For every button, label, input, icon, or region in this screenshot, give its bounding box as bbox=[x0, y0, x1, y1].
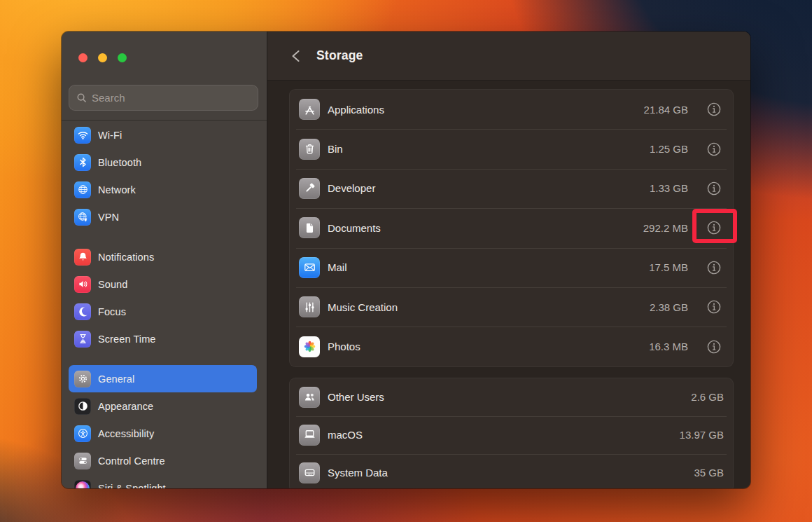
sidebar-item-label: Network bbox=[98, 184, 136, 195]
storage-row-label: Photos bbox=[328, 341, 360, 352]
storage-row-label: Applications bbox=[328, 104, 384, 116]
storage-row-value: 35 GB bbox=[694, 467, 724, 479]
envelope-icon bbox=[299, 257, 320, 278]
bin-info-button[interactable] bbox=[707, 142, 721, 156]
system-settings-window: Wi-FiBluetoothNetworkVPNNotificationsSou… bbox=[62, 32, 750, 488]
sidebar-item-label: General bbox=[98, 373, 134, 385]
storage-row-applications: Applications21.84 GB bbox=[290, 90, 733, 129]
globe-shield-icon bbox=[74, 209, 91, 226]
storage-row-label: Developer bbox=[328, 182, 375, 194]
storage-list: Applications21.84 GBBin1.25 GBDeveloper1… bbox=[267, 81, 750, 488]
sidebar-item-focus[interactable]: Focus bbox=[69, 298, 257, 325]
sidebar-item-label: Wi-Fi bbox=[98, 130, 122, 141]
speaker-icon bbox=[74, 276, 91, 293]
siri-icon bbox=[74, 480, 91, 489]
sidebar-group: GeneralAppearanceAccessibilityControl Ce… bbox=[62, 365, 267, 488]
applications-info-button[interactable] bbox=[707, 102, 721, 116]
pane-header: Storage bbox=[267, 32, 750, 81]
sidebar-nav: Wi-FiBluetoothNetworkVPNNotificationsSou… bbox=[62, 120, 267, 488]
storage-row-documents: Documents292.2 MB bbox=[290, 208, 733, 247]
laptop-icon bbox=[299, 425, 320, 446]
developer-info-button[interactable] bbox=[707, 181, 721, 195]
storage-row-developer: Developer1.33 GB bbox=[290, 169, 733, 208]
back-button[interactable] bbox=[287, 48, 304, 64]
wifi-icon bbox=[74, 127, 91, 144]
storage-row-system-data: System Data35 GB bbox=[290, 454, 733, 488]
storage-row-label: Other Users bbox=[328, 391, 384, 403]
zoom-button[interactable] bbox=[118, 53, 127, 62]
sidebar-item-notifications[interactable]: Notifications bbox=[69, 243, 257, 270]
bluetooth-icon bbox=[74, 154, 91, 171]
storage-row-label: Music Creation bbox=[328, 301, 398, 313]
storage-row-photos: Photos16.3 MB bbox=[290, 327, 733, 366]
storage-row-value: 2.38 GB bbox=[650, 301, 688, 313]
storage-row-label: macOS bbox=[328, 429, 363, 441]
storage-row-value: 13.97 GB bbox=[680, 429, 724, 441]
toggles-icon bbox=[74, 453, 91, 469]
document-icon bbox=[299, 217, 320, 238]
sidebar-item-network[interactable]: Network bbox=[69, 176, 257, 203]
desktop-wallpaper: Wi-FiBluetoothNetworkVPNNotificationsSou… bbox=[0, 0, 812, 522]
storage-row-value: 16.3 MB bbox=[649, 341, 688, 352]
sidebar-item-label: Siri & Spotlight bbox=[98, 483, 166, 489]
sidebar-item-label: VPN bbox=[98, 212, 119, 223]
contrast-icon bbox=[74, 398, 91, 415]
sidebar-item-control-centre[interactable]: Control Centre bbox=[69, 447, 257, 474]
page-title: Storage bbox=[316, 48, 363, 63]
sidebar-item-bluetooth[interactable]: Bluetooth bbox=[69, 149, 257, 176]
mail-info-button[interactable] bbox=[707, 261, 721, 275]
sidebar-item-label: Focus bbox=[98, 306, 126, 317]
sidebar-item-label: Control Centre bbox=[98, 455, 165, 467]
storage-row-label: Mail bbox=[328, 261, 347, 273]
search-field[interactable] bbox=[69, 85, 258, 111]
search-input[interactable] bbox=[92, 92, 251, 104]
storage-row-label: System Data bbox=[328, 467, 388, 479]
storage-row-other-users: Other Users2.6 GB bbox=[290, 378, 733, 416]
drive-icon bbox=[299, 462, 320, 483]
storage-row-value: 17.5 MB bbox=[649, 261, 688, 273]
annotation-highlight-box bbox=[692, 209, 737, 243]
users-icon bbox=[299, 387, 320, 408]
storage-row-value: 1.33 GB bbox=[650, 182, 688, 194]
storage-row-mail: Mail17.5 MB bbox=[290, 248, 733, 287]
bell-icon bbox=[74, 249, 91, 266]
storage-row-label: Documents bbox=[328, 222, 381, 234]
storage-card: Applications21.84 GBBin1.25 GBDeveloper1… bbox=[289, 89, 734, 367]
sidebar-item-sound[interactable]: Sound bbox=[69, 270, 257, 298]
settings-sidebar: Wi-FiBluetoothNetworkVPNNotificationsSou… bbox=[62, 32, 267, 488]
sidebar-item-general[interactable]: General bbox=[69, 365, 257, 392]
storage-row-value: 2.6 GB bbox=[691, 391, 724, 403]
sidebar-group: Wi-FiBluetoothNetworkVPN bbox=[62, 121, 267, 231]
hourglass-icon bbox=[74, 331, 91, 348]
music-creation-info-button[interactable] bbox=[707, 300, 721, 314]
faders-icon bbox=[299, 296, 320, 317]
window-controls bbox=[62, 32, 267, 85]
sidebar-item-label: Screen Time bbox=[98, 334, 156, 345]
sidebar-item-vpn[interactable]: VPN bbox=[69, 203, 257, 231]
hammer-icon bbox=[299, 178, 320, 199]
storage-pane: Storage Applications21.84 GBBin1.25 GBDe… bbox=[267, 32, 750, 488]
sidebar-item-label: Sound bbox=[98, 279, 127, 290]
sidebar-item-wifi[interactable]: Wi-Fi bbox=[69, 121, 257, 149]
sidebar-item-appearance[interactable]: Appearance bbox=[69, 392, 257, 420]
sidebar-item-label: Appearance bbox=[98, 401, 153, 412]
storage-card: Other Users2.6 GBmacOS13.97 GBSystem Dat… bbox=[289, 378, 734, 488]
sidebar-item-screen-time[interactable]: Screen Time bbox=[69, 325, 257, 352]
sidebar-item-label: Bluetooth bbox=[98, 157, 141, 168]
search-icon bbox=[76, 92, 87, 103]
moon-icon bbox=[74, 303, 91, 320]
sidebar-item-accessibility[interactable]: Accessibility bbox=[69, 420, 257, 447]
sidebar-item-label: Accessibility bbox=[98, 428, 154, 439]
sidebar-group: NotificationsSoundFocusScreen Time bbox=[62, 243, 267, 352]
sidebar-item-siri-spotlight[interactable]: Siri & Spotlight bbox=[69, 474, 257, 488]
appstore-icon bbox=[299, 99, 320, 120]
photos-info-button[interactable] bbox=[707, 340, 721, 354]
storage-row-label: Bin bbox=[328, 143, 343, 155]
minimize-button[interactable] bbox=[98, 53, 107, 62]
flower-icon bbox=[299, 336, 320, 357]
storage-row-value: 21.84 GB bbox=[644, 104, 688, 116]
close-button[interactable] bbox=[78, 53, 88, 62]
storage-row-bin: Bin1.25 GB bbox=[290, 129, 733, 168]
storage-row-value: 292.2 MB bbox=[643, 222, 688, 234]
storage-row-value: 1.25 GB bbox=[650, 143, 688, 155]
